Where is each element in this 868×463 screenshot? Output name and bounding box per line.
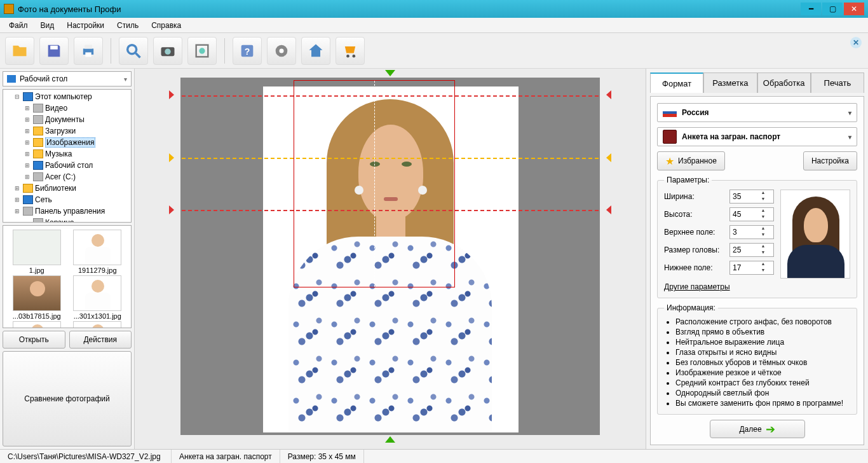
tree-node[interactable]: ⊞Библиотеки — [3, 183, 131, 194]
tree-node[interactable]: ⊞Музыка — [3, 148, 131, 160]
param-input[interactable] — [730, 245, 758, 254]
thumbnail[interactable]: ...301x1301.jpg — [68, 275, 128, 320]
svg-text:?: ? — [245, 46, 250, 56]
param-spinner[interactable]: ▲▼ — [729, 225, 774, 239]
top-guide-line[interactable] — [182, 95, 599, 97]
status-doc: Анкета на загран. паспорт — [172, 450, 280, 463]
right-red-arrow-top[interactable] — [606, 90, 611, 99]
crop-icon[interactable] — [187, 37, 217, 65]
eye-guide-line[interactable] — [182, 158, 599, 159]
location-dropdown[interactable]: Рабочий стол ▾ — [3, 71, 132, 86]
print-icon[interactable] — [74, 37, 103, 65]
bottom-guide-line[interactable] — [182, 210, 599, 211]
tree-node[interactable]: ⊞Сеть — [3, 194, 131, 205]
tree-node[interactable]: ⊞Документы — [3, 114, 131, 125]
compare-button[interactable]: Сравнение фотографий — [3, 351, 132, 446]
minimize-button[interactable]: ━ — [801, 3, 821, 15]
right-red-arrow-bot[interactable] — [606, 205, 611, 214]
param-spinner[interactable]: ▲▼ — [729, 261, 774, 275]
tab-обработка[interactable]: Обработка — [757, 73, 811, 93]
spin-up-icon[interactable]: ▲ — [758, 261, 768, 268]
spin-down-icon[interactable]: ▼ — [758, 268, 768, 274]
menu-настройки[interactable]: Настройки — [60, 20, 111, 31]
right-yellow-arrow[interactable] — [606, 153, 611, 162]
tree-node[interactable]: ⊞Рабочий стол — [3, 160, 131, 171]
thumbnail[interactable]: 1911279.jpg — [68, 230, 128, 274]
document-type-select[interactable]: Анкета на загран. паспорт ▾ — [657, 127, 857, 146]
info-item: Вы сможете заменить фон прямо в программ… — [675, 399, 850, 408]
center-panel — [135, 69, 646, 449]
tree-node[interactable]: Корзина — [3, 217, 131, 223]
param-input[interactable] — [730, 263, 758, 272]
menu-стиль[interactable]: Стиль — [111, 20, 145, 31]
right-panel: ФорматРазметкаОбработкаПечать Россия ▾ А… — [646, 69, 868, 449]
spin-up-icon[interactable]: ▲ — [758, 244, 768, 250]
tree-node[interactable]: ⊞Acer (C:) — [3, 171, 131, 183]
maximize-button[interactable]: ▢ — [822, 3, 843, 15]
top-arrow-icon[interactable] — [385, 70, 395, 76]
thumbnail[interactable]: 1.jpg — [7, 230, 67, 274]
tree-node[interactable]: ⊞Загрузки — [3, 125, 131, 137]
param-spinner[interactable]: ▲▼ — [729, 190, 774, 204]
statusbar: C:\Users\Таня\Pictures\MISA-WD327_V2.jpg… — [0, 449, 868, 463]
thumbnail[interactable]: ...WD26_V1.jpg — [68, 321, 128, 328]
info-list: Расположение строго анфас, без поворотов… — [664, 317, 850, 408]
open-button-label: Открыть — [19, 335, 49, 344]
spin-up-icon[interactable]: ▲ — [758, 190, 768, 197]
camera-icon[interactable] — [153, 37, 182, 65]
save-icon[interactable] — [39, 37, 69, 65]
tab-разметка[interactable]: Разметка — [703, 73, 757, 93]
chevron-down-icon: ▾ — [848, 109, 851, 116]
param-spinner[interactable]: ▲▼ — [729, 243, 774, 257]
param-input[interactable] — [730, 228, 758, 237]
thumbnail[interactable]: 9-h-13.jpg — [7, 321, 67, 328]
spin-down-icon[interactable]: ▼ — [758, 232, 768, 238]
spin-up-icon[interactable]: ▲ — [758, 208, 768, 214]
home-icon[interactable] — [301, 37, 330, 65]
tree-node[interactable]: ⊟Этот компьютер — [3, 91, 131, 102]
help-icon[interactable]: ? — [233, 37, 262, 65]
country-label: Россия — [682, 108, 709, 117]
actions-button[interactable]: Действия — [69, 331, 132, 349]
left-red-arrow-bot[interactable] — [169, 205, 174, 214]
thumbnail[interactable]: ...03b17815.jpg — [7, 275, 67, 320]
left-yellow-arrow[interactable] — [169, 153, 174, 162]
param-label: Ширина: — [664, 192, 729, 201]
info-fieldset: Информация: Расположение строго анфас, б… — [657, 303, 857, 415]
tree-node[interactable]: ⊞Панель управления — [3, 205, 131, 217]
photo-canvas[interactable] — [180, 78, 600, 435]
open-icon[interactable] — [5, 37, 34, 65]
doc-settings-button[interactable]: Настройка — [803, 151, 857, 170]
close-button[interactable]: ✕ — [844, 3, 864, 15]
panel-close-icon[interactable]: ✕ — [850, 37, 862, 48]
tab-формат[interactable]: Формат — [650, 73, 703, 93]
spin-down-icon[interactable]: ▼ — [758, 250, 768, 256]
svg-rect-0 — [50, 45, 58, 49]
folder-tree[interactable]: ⊟Этот компьютер⊞Видео⊞Документы⊞Загрузки… — [3, 89, 132, 223]
open-button[interactable]: Открыть — [3, 331, 65, 349]
next-button[interactable]: Далее ➔ — [710, 420, 805, 438]
more-params-link[interactable]: Другие параметры — [664, 282, 730, 291]
tree-node[interactable]: ⊞Видео — [3, 102, 131, 114]
param-spinner[interactable]: ▲▼ — [729, 207, 774, 221]
tab-печать[interactable]: Печать — [811, 73, 864, 93]
param-input[interactable] — [730, 210, 758, 219]
cart-icon[interactable] — [336, 37, 365, 65]
spin-down-icon[interactable]: ▼ — [758, 214, 768, 221]
menu-вид[interactable]: Вид — [34, 20, 61, 31]
country-select[interactable]: Россия ▾ — [657, 103, 857, 122]
left-red-arrow-top[interactable] — [169, 90, 174, 99]
tabset: ФорматРазметкаОбработкаПечать — [650, 73, 864, 93]
param-input[interactable] — [730, 192, 758, 201]
menu-справка[interactable]: Справка — [145, 20, 187, 31]
favorites-button[interactable]: ★ Избранное — [657, 151, 725, 170]
view-icon[interactable] — [119, 37, 148, 65]
tree-node[interactable]: ⊞Изображения — [3, 137, 131, 148]
bottom-arrow-icon[interactable] — [385, 436, 395, 443]
spin-up-icon[interactable]: ▲ — [758, 226, 768, 232]
location-label: Рабочий стол — [20, 74, 67, 83]
spin-down-icon[interactable]: ▼ — [758, 197, 768, 203]
menu-файл[interactable]: Файл — [3, 20, 34, 31]
thumbnail-grid[interactable]: 1.jpg1911279.jpg...03b17815.jpg...301x13… — [3, 225, 132, 328]
effects-icon[interactable] — [267, 37, 296, 65]
